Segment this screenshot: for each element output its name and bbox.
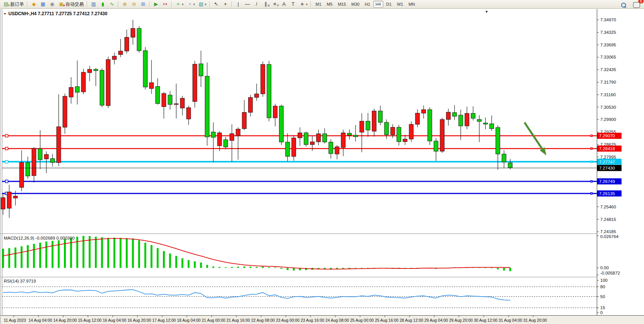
macd-histogram-bar (89, 236, 91, 268)
macd-histogram-bar (287, 268, 289, 270)
candlestick-chart-button[interactable]: ▮ (98, 0, 107, 8)
chart-shift-marker-icon[interactable]: ▼ (485, 10, 488, 14)
candle-body (434, 141, 438, 151)
text-label-button[interactable]: T (289, 0, 298, 8)
chart-shift-button[interactable]: ↦ (161, 0, 170, 8)
bar-chart-button[interactable]: ▥ (89, 0, 98, 8)
fibonacci-button[interactable]: ≡F (270, 0, 279, 8)
timeframe-m15[interactable]: M15 (336, 1, 348, 8)
crosshair-button[interactable]: + (221, 0, 230, 8)
toolbar-separator (27, 1, 28, 7)
toolbar-right: 1 (620, 1, 642, 9)
channel-button[interactable]: ∥E (261, 0, 270, 8)
candle-body (125, 37, 129, 51)
hline-left-handle[interactable] (5, 180, 8, 183)
arrows-button[interactable]: ∗▾ (298, 0, 309, 8)
hline-left-handle[interactable] (5, 160, 8, 163)
timeframe-m30[interactable]: M30 (349, 1, 362, 8)
notifications-button[interactable]: 1 (631, 1, 642, 9)
auto-scroll-button[interactable]: ▶ (151, 0, 161, 8)
rsi-axis-label: 80 (600, 284, 605, 289)
macd-histogram-bar (101, 237, 103, 268)
timeframe-h4[interactable]: H4 (373, 1, 383, 8)
timeframe-mn[interactable]: MN (406, 1, 417, 8)
line-chart-button[interactable]: ∿ (107, 0, 116, 8)
macd-axis-label: 0.026764 (600, 234, 619, 239)
candle-body (378, 111, 383, 122)
timeframe-m5[interactable]: M5 (324, 1, 335, 8)
candle-body (26, 163, 30, 176)
macd-histogram-bar (509, 268, 511, 271)
indicators-button[interactable]: +▾ (174, 0, 185, 8)
macd-histogram-bar (107, 238, 109, 268)
signals-button[interactable]: ◉ (48, 0, 57, 8)
price-box-label: 7.28418 (599, 146, 615, 151)
candle-body (19, 162, 24, 187)
vertical-line-button[interactable]: | (234, 0, 243, 8)
candle-body (316, 134, 320, 142)
macd-label: MACD(12,26,9) -0.002689 0.000300 (4, 236, 75, 240)
timeframe-m1[interactable]: M1 (313, 1, 324, 8)
candle-body (354, 135, 358, 137)
timeframe-d1[interactable]: D1 (384, 1, 394, 8)
tile-windows-button[interactable]: ⊞ (139, 0, 148, 8)
price-axis[interactable]: 7.349707.343257.336957.330657.324357.317… (597, 9, 644, 315)
cursor-button[interactable]: ↖ (212, 0, 221, 8)
hline-left-handle[interactable] (5, 134, 8, 137)
notification-badge: 1 (638, 0, 644, 3)
new-order-button[interactable]: ▤+新订单 (2, 0, 26, 8)
text-button[interactable]: A (279, 0, 289, 8)
time-tick-label: 15 Aug 12:00 (78, 318, 102, 322)
periods-icon: ◔ (187, 1, 193, 7)
macd-histogram-bar (491, 268, 493, 268)
chart-shift-icon: ↦ (162, 1, 168, 7)
candle-body (397, 127, 401, 142)
macd-histogram-bar (27, 245, 29, 268)
fibonacci-icon: ≡F (272, 1, 278, 7)
candle (304, 132, 308, 146)
candle-body (230, 133, 234, 140)
navigator-button[interactable]: ▦ (38, 0, 48, 8)
chart-background (0, 9, 644, 324)
candle-body (267, 64, 271, 118)
autotrading-icon-badge: ● (63, 2, 65, 8)
toolbar-separator (209, 1, 210, 7)
price-tick-label: 7.25460 (600, 205, 616, 209)
hline-right-handle-dot (591, 193, 592, 194)
candle-body (372, 111, 376, 131)
toolbar: ▤+新订单◆▦◉▣●自动交易▥▮∿⊕⊖⊞▶↦+▾◔▾▧▾↖+|—/∥E≡FAT∗… (0, 0, 644, 9)
window-menu-icon[interactable]: ▼ (3, 12, 6, 16)
cursor-icon: ↖ (213, 1, 219, 7)
candle-body (366, 121, 370, 130)
market-watch-icon: ◆ (31, 1, 37, 7)
chart-canvas[interactable]: 7.349707.343257.336957.330657.324357.317… (0, 9, 644, 324)
autotrading-button[interactable]: ▣●自动交易 (57, 0, 85, 8)
zoom-in-button[interactable]: ⊕ (120, 0, 129, 8)
search-button[interactable] (620, 1, 628, 9)
zoom-out-button[interactable]: ⊖ (129, 0, 139, 8)
candle-body (459, 115, 463, 126)
macd-histogram-bar (14, 248, 16, 268)
macd-histogram-bar (497, 268, 499, 269)
macd-histogram-bar (231, 267, 233, 268)
vertical-line-icon: | (235, 1, 241, 7)
candle-body (465, 113, 469, 126)
timeframe-w1[interactable]: W1 (395, 1, 406, 8)
time-tick-label: 14 Aug 04:00 (29, 318, 52, 322)
chart-window[interactable]: 7.349707.343257.336957.330657.324357.317… (0, 9, 644, 324)
price-tick-label: 7.32435 (600, 67, 616, 72)
time-tick-label: 21 Aug 00:00 (202, 318, 225, 322)
candle-body (131, 29, 135, 37)
periods-button[interactable]: ◔▾ (185, 0, 196, 8)
macd-histogram-bar (200, 262, 202, 268)
horizontal-line-button[interactable]: — (243, 0, 252, 8)
candle-body (57, 127, 61, 163)
timeframe-h1[interactable]: H1 (362, 1, 372, 8)
market-watch-button[interactable]: ◆ (29, 0, 38, 8)
hline-left-handle[interactable] (5, 147, 8, 150)
candle-body (38, 149, 42, 160)
tile-windows-icon: ⊞ (140, 1, 146, 7)
templates-button[interactable]: ▧▾ (196, 0, 208, 8)
candle-body (137, 29, 141, 51)
trendline-button[interactable]: / (252, 0, 261, 8)
